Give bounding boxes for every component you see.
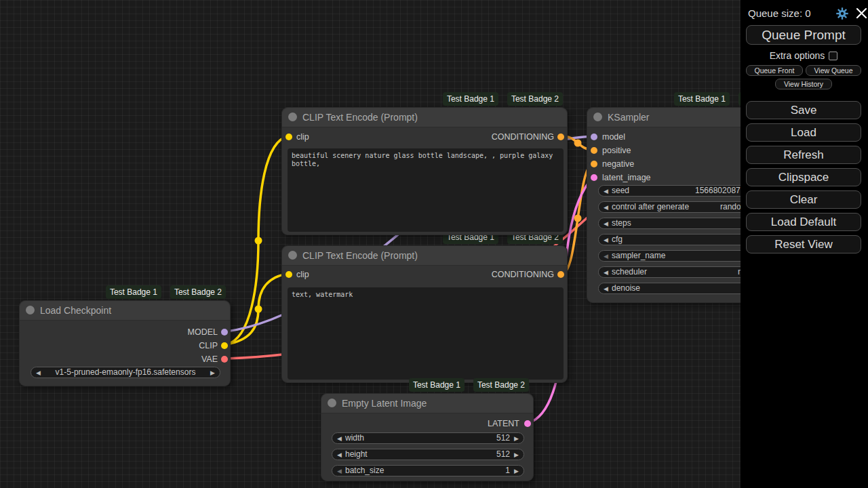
input-slot-clip[interactable] (285, 271, 292, 278)
node-clip-text-encode-positive[interactable]: Test Badge 1 Test Badge 2 CLIP Text Enco… (281, 107, 568, 235)
widget-label: seed (612, 186, 629, 196)
output-slot-model[interactable] (221, 329, 228, 336)
widget-label: height (345, 449, 368, 460)
reset-view-button[interactable]: Reset View (746, 235, 861, 253)
output-label-clip: CLIP (199, 340, 218, 351)
output-label-conditioning: CONDITIONING (492, 269, 554, 280)
input-slot-positive[interactable] (591, 147, 597, 154)
link-dot (255, 237, 262, 245)
output-label-model: MODEL (188, 327, 218, 338)
input-label-clip: clip (296, 269, 309, 280)
node-title-label: CLIP Text Encode (Prompt) (302, 250, 418, 261)
test-badge-2: Test Badge 2 (170, 285, 226, 299)
node-title-label: Empty Latent Image (342, 398, 427, 409)
node-badges: Test Badge 1 Test Badge 2 (443, 92, 563, 106)
input-slot-model[interactable] (591, 134, 597, 140)
node-title[interactable]: Load Checkpoint (20, 301, 230, 321)
widget-label: batch_size (345, 466, 384, 476)
input-label-positive: positive (602, 145, 631, 156)
node-clip-text-encode-negative[interactable]: Test Badge 1 Test Badge 2 CLIP Text Enco… (281, 245, 568, 383)
increment-arrow-icon[interactable]: ▶ (514, 466, 519, 476)
widget-label: width (345, 433, 364, 443)
widget-ckpt-name[interactable]: ◀ v1-5-pruned-emaonly-fp16.safetensors ▶ (31, 367, 220, 378)
decrement-arrow-icon[interactable]: ◀ (604, 251, 608, 262)
prev-arrow-icon[interactable]: ◀ (36, 368, 41, 378)
load-default-button[interactable]: Load Default (746, 213, 861, 231)
collapse-dot-icon[interactable] (288, 251, 297, 260)
decrement-arrow-icon[interactable]: ◀ (604, 235, 608, 245)
node-empty-latent-image[interactable]: Test Badge 1 Test Badge 2 Empty Latent I… (321, 393, 534, 481)
queue-prompt-button[interactable]: Queue Prompt (746, 25, 861, 45)
prompt-textarea[interactable]: text, watermark (288, 287, 564, 380)
test-badge-1: Test Badge 1 (106, 285, 161, 299)
queue-front-button[interactable]: Queue Front (746, 65, 803, 76)
widget-label: steps (612, 218, 631, 228)
node-badges: Test Badge 1 Test Badge 2 (409, 378, 529, 392)
view-history-button[interactable]: View History (775, 79, 832, 89)
test-badge-1: Test Badge 1 (443, 92, 498, 106)
node-title-label: Load Checkpoint (40, 305, 111, 316)
decrement-arrow-icon[interactable]: ◀ (337, 450, 342, 460)
test-badge-1: Test Badge 1 (674, 92, 730, 106)
test-badge-2: Test Badge 2 (473, 378, 529, 392)
decrement-arrow-icon[interactable]: ◀ (604, 186, 608, 197)
widget-label: sampler_name (612, 251, 665, 261)
increment-arrow-icon[interactable]: ▶ (514, 434, 519, 444)
settings-gear-icon[interactable] (835, 7, 849, 20)
collapse-dot-icon[interactable] (593, 113, 602, 121)
widget-value: 512 (496, 433, 510, 443)
widget-label: control after generate (612, 202, 689, 212)
output-slot-vae[interactable] (221, 356, 228, 363)
test-badge-2: Test Badge 2 (507, 92, 563, 106)
widget-batch-size[interactable]: ◀ batch_size 1 ▶ (332, 465, 524, 476)
clipspace-button[interactable]: Clipspace (746, 168, 861, 186)
decrement-arrow-icon[interactable]: ◀ (604, 219, 608, 229)
increment-arrow-icon[interactable]: ▶ (514, 450, 519, 460)
decrement-arrow-icon[interactable]: ◀ (337, 434, 342, 444)
decrement-arrow-icon[interactable]: ◀ (604, 268, 608, 278)
node-title[interactable]: CLIP Text Encode (Prompt) (282, 246, 567, 266)
output-slot-conditioning[interactable] (557, 271, 564, 278)
test-badge-1: Test Badge 1 (409, 378, 465, 392)
prompt-textarea[interactable]: beautiful scenery nature glass bottle la… (288, 148, 564, 232)
widget-height[interactable]: ◀ height 512 ▶ (332, 449, 524, 460)
decrement-arrow-icon[interactable]: ◀ (604, 203, 608, 213)
collapse-dot-icon[interactable] (328, 399, 336, 407)
decrement-arrow-icon[interactable]: ◀ (604, 284, 608, 294)
collapse-dot-icon[interactable] (288, 113, 297, 121)
widget-label: cfg (612, 235, 623, 245)
input-slot-negative[interactable] (591, 161, 597, 167)
input-slot-latent-image[interactable] (591, 174, 597, 181)
widget-value: v1-5-pruned-emaonly-fp16.safetensors (56, 367, 196, 377)
widget-value: 1 (505, 466, 510, 476)
node-title[interactable]: CLIP Text Encode (Prompt) (282, 108, 567, 127)
queue-menu-panel: Queue size: 0 (741, 0, 868, 488)
view-queue-button[interactable]: View Queue (806, 65, 861, 76)
next-arrow-icon[interactable]: ▶ (210, 368, 215, 378)
decrement-arrow-icon[interactable]: ◀ (337, 466, 342, 476)
collapse-dot-icon[interactable] (26, 306, 35, 314)
widget-width[interactable]: ◀ width 512 ▶ (332, 432, 524, 444)
link-dot (255, 306, 262, 313)
input-slot-clip[interactable] (285, 134, 292, 140)
refresh-button[interactable]: Refresh (746, 146, 861, 164)
node-load-checkpoint[interactable]: Test Badge 1 Test Badge 2 Load Checkpoin… (19, 300, 231, 386)
output-slot-conditioning[interactable] (557, 134, 564, 140)
widget-value: 512 (496, 449, 510, 460)
save-button[interactable]: Save (746, 101, 861, 119)
output-slot-clip[interactable] (221, 342, 228, 349)
clear-button[interactable]: Clear (746, 190, 861, 209)
close-icon[interactable] (856, 7, 867, 19)
queue-size-label: Queue size: 0 (748, 7, 811, 19)
output-label-vae: VAE (201, 354, 218, 365)
link-dot (574, 140, 582, 147)
node-title[interactable]: Empty Latent Image (321, 394, 533, 413)
load-button[interactable]: Load (746, 123, 861, 142)
node-title-label: KSampler (608, 112, 649, 123)
input-label-latent-image: latent_image (602, 172, 651, 183)
link-dot (574, 215, 582, 222)
output-label-latent: LATENT (488, 418, 519, 429)
graph-canvas[interactable]: Test Badge 1 Test Badge 2 CLIP Text Enco… (0, 0, 868, 488)
extra-options-checkbox[interactable] (829, 52, 837, 60)
output-slot-latent[interactable] (524, 420, 531, 427)
